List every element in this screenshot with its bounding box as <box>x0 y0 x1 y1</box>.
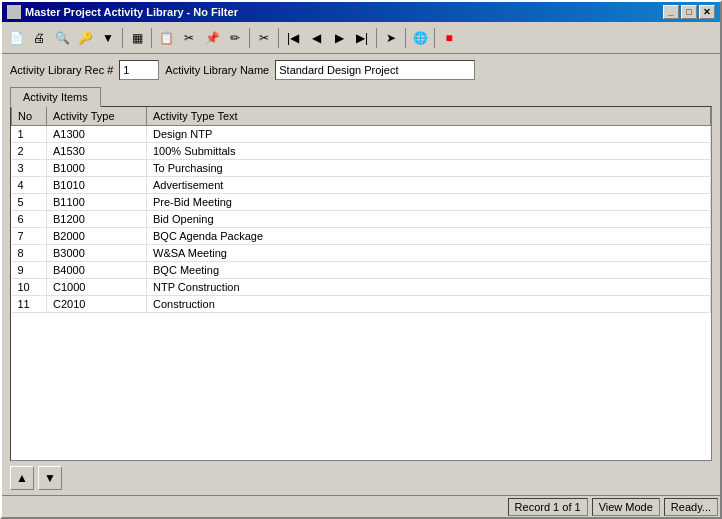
cell-no: 1 <box>12 126 47 143</box>
table-row[interactable]: 1A1300Design NTP <box>12 126 711 143</box>
separator-2 <box>151 28 152 48</box>
title-bar: Master Project Activity Library - No Fil… <box>2 2 720 22</box>
record-status: Record 1 of 1 <box>508 498 588 516</box>
col-header-no: No <box>12 107 47 126</box>
cell-no: 10 <box>12 279 47 296</box>
copy-button[interactable]: 📋 <box>155 27 177 49</box>
last-button[interactable]: ▶| <box>351 27 373 49</box>
cell-no: 5 <box>12 194 47 211</box>
forward-button[interactable]: ➤ <box>380 27 402 49</box>
lib-name-label: Activity Library Name <box>165 64 269 76</box>
ready-status: Ready... <box>664 498 718 516</box>
cell-text: To Purchasing <box>147 160 711 177</box>
bottom-nav-area: ▲ ▼ <box>2 461 720 495</box>
edit-button[interactable]: ✏ <box>224 27 246 49</box>
table-row[interactable]: 5B1100Pre-Bid Meeting <box>12 194 711 211</box>
table-row[interactable]: 11C2010Construction <box>12 296 711 313</box>
cell-type: B4000 <box>47 262 147 279</box>
cell-text: Construction <box>147 296 711 313</box>
cell-no: 7 <box>12 228 47 245</box>
main-content: No Activity Type Activity Type Text 1A13… <box>10 106 712 461</box>
cell-text: Bid Opening <box>147 211 711 228</box>
paste-button[interactable]: 📌 <box>201 27 223 49</box>
title-bar-left: Master Project Activity Library - No Fil… <box>7 5 238 19</box>
cell-type: B1010 <box>47 177 147 194</box>
cell-text: Design NTP <box>147 126 711 143</box>
cell-no: 9 <box>12 262 47 279</box>
toolbar: 📄 🖨 🔍 🔑 ▼ ▦ 📋 ✂ 📌 ✏ ✂ |◀ ◀ ▶ ▶| ➤ 🌐 ■ <box>2 22 720 54</box>
form-area: Activity Library Rec # Activity Library … <box>2 54 720 86</box>
lib-rec-label: Activity Library Rec # <box>10 64 113 76</box>
cell-no: 4 <box>12 177 47 194</box>
table-header-row: No Activity Type Activity Type Text <box>12 107 711 126</box>
col-header-text: Activity Type Text <box>147 107 711 126</box>
key-button[interactable]: 🔑 <box>74 27 96 49</box>
cell-text: Pre-Bid Meeting <box>147 194 711 211</box>
cell-no: 2 <box>12 143 47 160</box>
cut-button[interactable]: ✂ <box>178 27 200 49</box>
lib-name-input[interactable] <box>275 60 475 80</box>
separator-1 <box>122 28 123 48</box>
table-row[interactable]: 4B1010Advertisement <box>12 177 711 194</box>
table-row[interactable]: 8B3000W&SA Meeting <box>12 245 711 262</box>
table-row[interactable]: 2A1530100% Submittals <box>12 143 711 160</box>
next-button[interactable]: ▶ <box>328 27 350 49</box>
table-row[interactable]: 3B1000To Purchasing <box>12 160 711 177</box>
status-bar: Record 1 of 1 View Mode Ready... <box>2 495 720 517</box>
col-header-type: Activity Type <box>47 107 147 126</box>
cell-type: B3000 <box>47 245 147 262</box>
first-button[interactable]: |◀ <box>282 27 304 49</box>
cell-text: 100% Submittals <box>147 143 711 160</box>
new-button[interactable]: 📄 <box>5 27 27 49</box>
cell-no: 6 <box>12 211 47 228</box>
maximize-button[interactable]: □ <box>681 5 697 19</box>
stop-button[interactable]: ■ <box>438 27 460 49</box>
activity-items-tab[interactable]: Activity Items <box>10 87 101 107</box>
prev-button[interactable]: ◀ <box>305 27 327 49</box>
cell-text: Advertisement <box>147 177 711 194</box>
separator-6 <box>405 28 406 48</box>
world-button[interactable]: 🌐 <box>409 27 431 49</box>
main-window: Master Project Activity Library - No Fil… <box>0 0 722 519</box>
filter-button[interactable]: ▼ <box>97 27 119 49</box>
cell-text: BQC Agenda Package <box>147 228 711 245</box>
table-row[interactable]: 10C1000NTP Construction <box>12 279 711 296</box>
cell-type: C1000 <box>47 279 147 296</box>
table-row[interactable]: 7B2000BQC Agenda Package <box>12 228 711 245</box>
cell-no: 3 <box>12 160 47 177</box>
cell-type: B1200 <box>47 211 147 228</box>
cell-type: A1530 <box>47 143 147 160</box>
title-bar-controls: _ □ ✕ <box>663 5 715 19</box>
separator-7 <box>434 28 435 48</box>
tab-area: Activity Items <box>2 86 720 106</box>
cell-type: B1100 <box>47 194 147 211</box>
cell-no: 11 <box>12 296 47 313</box>
move-up-button[interactable]: ▲ <box>10 466 34 490</box>
lib-rec-input[interactable] <box>119 60 159 80</box>
search-button[interactable]: 🔍 <box>51 27 73 49</box>
view-mode-status: View Mode <box>592 498 660 516</box>
table-row[interactable]: 9B4000BQC Meeting <box>12 262 711 279</box>
cell-type: C2010 <box>47 296 147 313</box>
separator-5 <box>376 28 377 48</box>
grid-button[interactable]: ▦ <box>126 27 148 49</box>
print-button[interactable]: 🖨 <box>28 27 50 49</box>
cell-no: 8 <box>12 245 47 262</box>
separator-3 <box>249 28 250 48</box>
scissors-button[interactable]: ✂ <box>253 27 275 49</box>
cell-type: B2000 <box>47 228 147 245</box>
move-down-button[interactable]: ▼ <box>38 466 62 490</box>
separator-4 <box>278 28 279 48</box>
minimize-button[interactable]: _ <box>663 5 679 19</box>
window-title: Master Project Activity Library - No Fil… <box>25 6 238 18</box>
close-button[interactable]: ✕ <box>699 5 715 19</box>
cell-type: B1000 <box>47 160 147 177</box>
table-row[interactable]: 6B1200Bid Opening <box>12 211 711 228</box>
app-icon <box>7 5 21 19</box>
table-body: 1A1300Design NTP2A1530100% Submittals3B1… <box>12 126 711 313</box>
activity-table: No Activity Type Activity Type Text 1A13… <box>11 107 711 313</box>
cell-text: W&SA Meeting <box>147 245 711 262</box>
cell-text: NTP Construction <box>147 279 711 296</box>
cell-text: BQC Meeting <box>147 262 711 279</box>
cell-type: A1300 <box>47 126 147 143</box>
